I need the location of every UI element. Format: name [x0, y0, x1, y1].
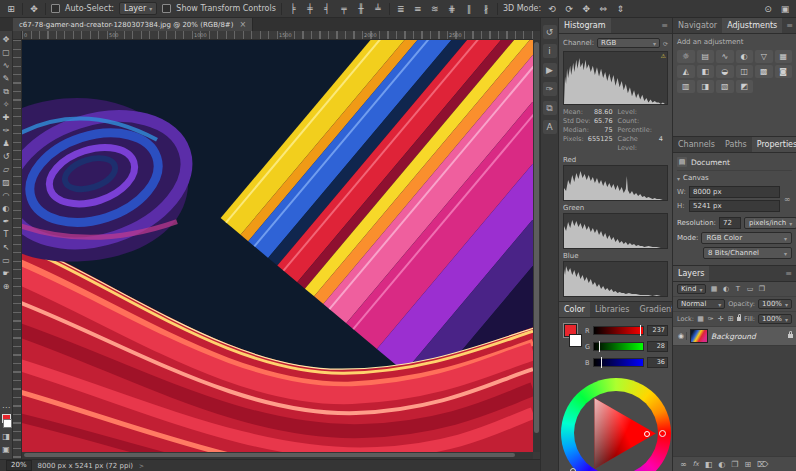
distribute-middle-icon[interactable]: ≡	[412, 1, 424, 17]
resolution-unit-dropdown[interactable]: pixels/inch▾	[744, 217, 796, 229]
clone-source-panel-icon[interactable]: ⧉	[543, 101, 557, 115]
distribute-bottom-icon[interactable]: ≋	[429, 1, 441, 17]
align-right-icon[interactable]: ╡	[321, 1, 333, 17]
lock-pixels-icon[interactable]: ✑	[707, 315, 714, 323]
distribute-top-icon[interactable]: ≣	[395, 1, 407, 17]
panel-menu-icon[interactable]: ≡	[781, 266, 796, 281]
new-layer-icon[interactable]: ⊞	[745, 460, 752, 469]
auto-select-checkbox[interactable]	[51, 4, 60, 13]
brushes-panel-icon[interactable]: ✑	[543, 82, 557, 96]
ruler-vertical[interactable]	[13, 40, 22, 459]
channel-dropdown[interactable]: RGB▾	[597, 38, 660, 48]
tab-paths[interactable]: Paths	[720, 137, 752, 152]
bit-depth-dropdown[interactable]: 8 Bits/Channel▾	[703, 247, 792, 259]
opacity-dropdown[interactable]: 100%▾	[758, 299, 792, 309]
ruler-horizontal[interactable]: 0 500 1000 1500 2000 2500	[22, 31, 533, 40]
channel-mixer-icon[interactable]: ◫	[736, 65, 754, 78]
pen-tool[interactable]: ✒	[0, 215, 13, 228]
vertical-scrollbar[interactable]	[533, 40, 540, 452]
levels-icon[interactable]: ▤	[697, 50, 715, 63]
3d-scale-icon[interactable]: ⇕	[614, 1, 626, 17]
scrollbar-thumb[interactable]	[24, 453, 515, 457]
blend-mode-dropdown[interactable]: Normal▾	[677, 299, 725, 309]
lock-position-icon[interactable]: ✛	[717, 315, 724, 323]
home-icon[interactable]: ⊞	[5, 1, 17, 17]
dodge-tool[interactable]: ◐	[0, 202, 13, 215]
zoom-tool[interactable]: ⊕	[0, 280, 13, 293]
layer-thumbnail[interactable]	[690, 329, 708, 343]
magnifier-icon[interactable]: ⊙	[762, 1, 774, 17]
clone-stamp-tool[interactable]: ♟	[0, 137, 13, 150]
3d-orbit-icon[interactable]: ⟲	[546, 1, 558, 17]
curves-icon[interactable]: ∿	[716, 50, 734, 63]
filter-smart-object-icon[interactable]: ❒	[757, 285, 766, 293]
tab-properties[interactable]: Properties	[752, 137, 796, 152]
invert-icon[interactable]: ◙	[775, 65, 793, 78]
color-mode-dropdown[interactable]: RGB Color▾	[701, 232, 792, 244]
threshold-icon[interactable]: ◨	[697, 80, 715, 93]
link-dimensions-icon[interactable]: ∞	[782, 195, 792, 204]
posterize-icon[interactable]: ▥	[677, 80, 695, 93]
eyedropper-tool[interactable]: ✧	[0, 98, 13, 111]
delete-layer-icon[interactable]: ⌦	[757, 460, 768, 469]
move-tool-icon[interactable]: ✥	[28, 1, 40, 17]
lock-transparent-icon[interactable]: ▦	[697, 315, 704, 323]
quick-mask-icon[interactable]: ◨	[0, 430, 13, 443]
move-tool[interactable]: ✥	[0, 33, 13, 46]
scrollbar-thumb[interactable]	[534, 42, 539, 433]
shape-tool[interactable]: ▭	[0, 254, 13, 267]
history-brush-tool[interactable]: ↺	[0, 150, 13, 163]
distribute-right-icon[interactable]: ∦	[480, 1, 492, 17]
history-panel-icon[interactable]: ↺	[543, 25, 557, 39]
screen-mode-icon[interactable]: ▣	[0, 443, 13, 456]
actions-panel-icon[interactable]: ▶	[543, 63, 557, 77]
horizontal-scrollbar[interactable]	[22, 452, 533, 459]
blue-value-field[interactable]: 36	[647, 357, 668, 368]
brush-tool[interactable]: ✑	[0, 124, 13, 137]
color-lookup-icon[interactable]: ▩	[755, 65, 773, 78]
lasso-tool[interactable]: ∿	[0, 59, 13, 72]
red-slider[interactable]	[593, 326, 644, 335]
tab-layers[interactable]: Layers	[673, 266, 709, 281]
auto-select-target-dropdown[interactable]: Layer▾	[119, 2, 157, 15]
zoom-level-field[interactable]: 20%	[6, 460, 32, 471]
blur-tool[interactable]: ◠	[0, 189, 13, 202]
marquee-tool[interactable]: ▢	[0, 46, 13, 59]
chevron-down-icon[interactable]: ▾	[677, 175, 680, 182]
height-field[interactable]: 5241 px	[689, 200, 780, 212]
layer-visibility-icon[interactable]: ◉	[676, 332, 687, 340]
cached-data-warning-icon[interactable]: ⚠	[661, 52, 666, 59]
canvas[interactable]	[22, 40, 533, 452]
3d-slide-icon[interactable]: ⇔	[597, 1, 609, 17]
type-tool[interactable]: T	[0, 228, 13, 241]
fill-dropdown[interactable]: 100%▾	[758, 314, 792, 324]
align-left-icon[interactable]: ╞	[287, 1, 299, 17]
vibrance-icon[interactable]: ▽	[755, 50, 773, 63]
distribute-center-icon[interactable]: ∥	[463, 1, 475, 17]
color-balance-icon[interactable]: ◭	[677, 65, 695, 78]
panel-menu-icon[interactable]: ≡	[782, 18, 796, 33]
ruler-corner[interactable]	[13, 31, 22, 40]
filter-type-icon[interactable]: T	[733, 285, 742, 293]
hue-saturation-icon[interactable]: ▦	[775, 50, 793, 63]
layer-effects-icon[interactable]: fx	[693, 460, 699, 468]
resolution-field[interactable]: 72	[719, 217, 741, 229]
tab-libraries[interactable]: Libraries	[590, 302, 635, 317]
blue-slider[interactable]	[593, 358, 644, 367]
link-layers-icon[interactable]: ∞	[680, 460, 687, 469]
uncached-refresh-icon[interactable]: ⟳	[663, 40, 668, 47]
tab-histogram[interactable]: Histogram	[559, 18, 611, 33]
show-transform-checkbox[interactable]	[162, 4, 171, 13]
photo-filter-icon[interactable]: ◒	[716, 65, 734, 78]
quick-selection-tool[interactable]: ✎	[0, 72, 13, 85]
exposure-icon[interactable]: ◐	[736, 50, 754, 63]
filter-adjustment-icon[interactable]: ◐	[721, 285, 730, 293]
tab-adjustments[interactable]: Adjustments	[722, 18, 782, 33]
align-bottom-icon[interactable]: ╧	[372, 1, 384, 17]
color-wheel[interactable]	[563, 372, 668, 471]
align-top-icon[interactable]: ╤	[338, 1, 350, 17]
distribute-left-icon[interactable]: ⋕	[446, 1, 458, 17]
hand-tool[interactable]: ☛	[0, 267, 13, 280]
width-field[interactable]: 8000 px	[689, 186, 780, 198]
gradient-map-icon[interactable]: ▧	[716, 80, 734, 93]
